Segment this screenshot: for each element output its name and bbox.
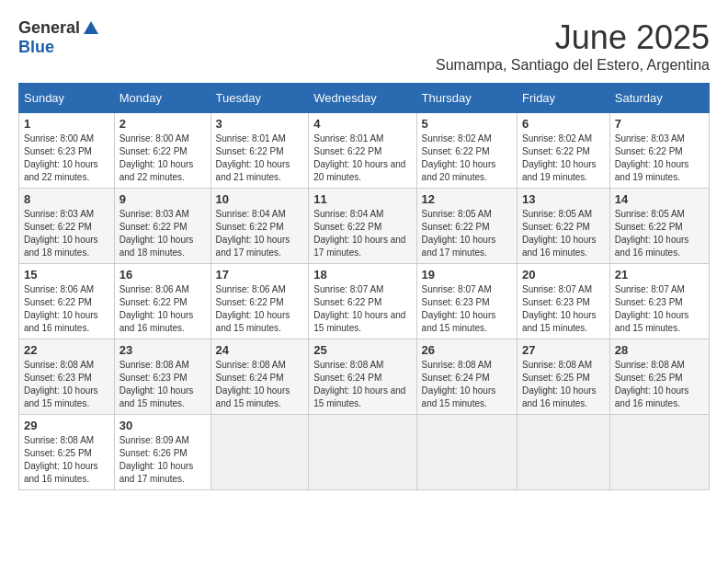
table-row: 11 Sunrise: 8:04 AM Sunset: 6:22 PM Dayl… (309, 189, 416, 264)
header-wednesday: Wednesday (309, 84, 416, 113)
day-info: Sunrise: 8:06 AM Sunset: 6:22 PM Dayligh… (119, 283, 206, 335)
table-row: 10 Sunrise: 8:04 AM Sunset: 6:22 PM Dayl… (210, 189, 309, 264)
day-number: 27 (522, 343, 605, 357)
day-info: Sunrise: 8:08 AM Sunset: 6:24 PM Dayligh… (216, 359, 304, 410)
day-info: Sunrise: 8:07 AM Sunset: 6:22 PM Dayligh… (313, 283, 411, 335)
table-row: 1 Sunrise: 8:00 AM Sunset: 6:23 PM Dayli… (19, 113, 115, 189)
table-row: 12 Sunrise: 8:05 AM Sunset: 6:22 PM Dayl… (416, 189, 517, 264)
table-row (416, 415, 517, 490)
day-info: Sunrise: 8:02 AM Sunset: 6:22 PM Dayligh… (422, 132, 512, 184)
table-row: 26 Sunrise: 8:08 AM Sunset: 6:24 PM Dayl… (416, 339, 517, 415)
day-info: Sunrise: 8:02 AM Sunset: 6:22 PM Dayligh… (522, 132, 605, 184)
day-info: Sunrise: 8:03 AM Sunset: 6:22 PM Dayligh… (24, 208, 109, 259)
day-number: 24 (216, 343, 304, 357)
header-friday: Friday (517, 84, 609, 113)
table-row: 14 Sunrise: 8:05 AM Sunset: 6:22 PM Dayl… (609, 189, 709, 264)
table-row: 7 Sunrise: 8:03 AM Sunset: 6:22 PM Dayli… (609, 113, 709, 189)
day-info: Sunrise: 8:08 AM Sunset: 6:24 PM Dayligh… (422, 359, 512, 410)
table-row: 17 Sunrise: 8:06 AM Sunset: 6:22 PM Dayl… (210, 264, 309, 339)
table-row: 24 Sunrise: 8:08 AM Sunset: 6:24 PM Dayl… (210, 339, 309, 415)
month-title: June 2025 (436, 18, 710, 57)
table-row: 4 Sunrise: 8:01 AM Sunset: 6:22 PM Dayli… (309, 113, 416, 189)
day-number: 6 (522, 117, 605, 131)
day-number: 9 (119, 192, 206, 206)
day-number: 7 (615, 117, 704, 131)
calendar-week-row: 29 Sunrise: 8:08 AM Sunset: 6:25 PM Dayl… (19, 415, 710, 490)
day-info: Sunrise: 8:05 AM Sunset: 6:22 PM Dayligh… (422, 208, 512, 259)
day-number: 29 (24, 419, 109, 432)
day-number: 10 (216, 192, 304, 206)
day-info: Sunrise: 8:00 AM Sunset: 6:22 PM Dayligh… (119, 132, 206, 184)
header: General Blue June 2025 Sumampa, Santiago… (18, 18, 710, 74)
header-thursday: Thursday (416, 84, 517, 113)
table-row: 22 Sunrise: 8:08 AM Sunset: 6:23 PM Dayl… (19, 339, 115, 415)
day-info: Sunrise: 8:08 AM Sunset: 6:25 PM Dayligh… (522, 359, 605, 410)
table-row: 30 Sunrise: 8:09 AM Sunset: 6:26 PM Dayl… (114, 415, 210, 490)
table-row (517, 415, 609, 490)
day-info: Sunrise: 8:07 AM Sunset: 6:23 PM Dayligh… (522, 283, 605, 335)
table-row: 16 Sunrise: 8:06 AM Sunset: 6:22 PM Dayl… (114, 264, 210, 339)
table-row: 19 Sunrise: 8:07 AM Sunset: 6:23 PM Dayl… (416, 264, 517, 339)
day-number: 23 (119, 343, 206, 357)
day-number: 20 (522, 268, 605, 282)
table-row: 2 Sunrise: 8:00 AM Sunset: 6:22 PM Dayli… (114, 113, 210, 189)
day-info: Sunrise: 8:01 AM Sunset: 6:22 PM Dayligh… (313, 132, 411, 184)
table-row: 13 Sunrise: 8:05 AM Sunset: 6:22 PM Dayl… (517, 189, 609, 264)
day-info: Sunrise: 8:08 AM Sunset: 6:25 PM Dayligh… (24, 434, 109, 486)
day-number: 22 (24, 343, 109, 357)
calendar-week-row: 22 Sunrise: 8:08 AM Sunset: 6:23 PM Dayl… (19, 339, 710, 415)
table-row: 25 Sunrise: 8:08 AM Sunset: 6:24 PM Dayl… (309, 339, 416, 415)
day-number: 1 (24, 117, 109, 131)
day-number: 16 (119, 268, 206, 282)
day-number: 25 (313, 343, 411, 357)
logo-icon (82, 19, 100, 38)
day-number: 17 (216, 268, 304, 282)
table-row: 5 Sunrise: 8:02 AM Sunset: 6:22 PM Dayli… (416, 113, 517, 189)
table-row (210, 415, 309, 490)
day-info: Sunrise: 8:07 AM Sunset: 6:23 PM Dayligh… (615, 283, 704, 335)
day-info: Sunrise: 8:09 AM Sunset: 6:26 PM Dayligh… (119, 434, 206, 486)
table-row: 21 Sunrise: 8:07 AM Sunset: 6:23 PM Dayl… (609, 264, 709, 339)
day-info: Sunrise: 8:04 AM Sunset: 6:22 PM Dayligh… (216, 208, 304, 259)
logo-blue-text: Blue (18, 38, 54, 57)
day-info: Sunrise: 8:00 AM Sunset: 6:23 PM Dayligh… (24, 132, 109, 184)
day-info: Sunrise: 8:03 AM Sunset: 6:22 PM Dayligh… (119, 208, 206, 259)
table-row (309, 415, 416, 490)
day-number: 13 (522, 192, 605, 206)
day-info: Sunrise: 8:08 AM Sunset: 6:23 PM Dayligh… (24, 359, 109, 410)
day-info: Sunrise: 8:06 AM Sunset: 6:22 PM Dayligh… (216, 283, 304, 335)
table-row (609, 415, 709, 490)
table-row: 18 Sunrise: 8:07 AM Sunset: 6:22 PM Dayl… (309, 264, 416, 339)
day-number: 26 (422, 343, 512, 357)
day-info: Sunrise: 8:03 AM Sunset: 6:22 PM Dayligh… (615, 132, 704, 184)
header-sunday: Sunday (19, 84, 115, 113)
table-row: 8 Sunrise: 8:03 AM Sunset: 6:22 PM Dayli… (19, 189, 115, 264)
location-subtitle: Sumampa, Santiago del Estero, Argentina (436, 57, 710, 74)
header-tuesday: Tuesday (210, 84, 309, 113)
table-row: 23 Sunrise: 8:08 AM Sunset: 6:23 PM Dayl… (114, 339, 210, 415)
day-number: 4 (313, 117, 411, 131)
title-area: June 2025 Sumampa, Santiago del Estero, … (436, 18, 710, 74)
header-monday: Monday (114, 84, 210, 113)
table-row: 28 Sunrise: 8:08 AM Sunset: 6:25 PM Dayl… (609, 339, 709, 415)
table-row: 3 Sunrise: 8:01 AM Sunset: 6:22 PM Dayli… (210, 113, 309, 189)
day-info: Sunrise: 8:04 AM Sunset: 6:22 PM Dayligh… (313, 208, 411, 259)
day-number: 28 (615, 343, 704, 357)
day-info: Sunrise: 8:08 AM Sunset: 6:23 PM Dayligh… (119, 359, 206, 410)
table-row: 15 Sunrise: 8:06 AM Sunset: 6:22 PM Dayl… (19, 264, 115, 339)
day-number: 8 (24, 192, 109, 206)
day-number: 12 (422, 192, 512, 206)
day-number: 30 (119, 419, 206, 432)
day-number: 18 (313, 268, 411, 282)
day-info: Sunrise: 8:05 AM Sunset: 6:22 PM Dayligh… (615, 208, 704, 259)
day-info: Sunrise: 8:05 AM Sunset: 6:22 PM Dayligh… (522, 208, 605, 259)
table-row: 29 Sunrise: 8:08 AM Sunset: 6:25 PM Dayl… (19, 415, 115, 490)
table-row: 27 Sunrise: 8:08 AM Sunset: 6:25 PM Dayl… (517, 339, 609, 415)
day-number: 2 (119, 117, 206, 131)
calendar-week-row: 8 Sunrise: 8:03 AM Sunset: 6:22 PM Dayli… (19, 189, 710, 264)
svg-marker-0 (84, 21, 98, 34)
day-number: 19 (422, 268, 512, 282)
logo: General Blue (18, 18, 100, 57)
day-info: Sunrise: 8:08 AM Sunset: 6:25 PM Dayligh… (615, 359, 704, 410)
calendar-week-row: 15 Sunrise: 8:06 AM Sunset: 6:22 PM Dayl… (19, 264, 710, 339)
